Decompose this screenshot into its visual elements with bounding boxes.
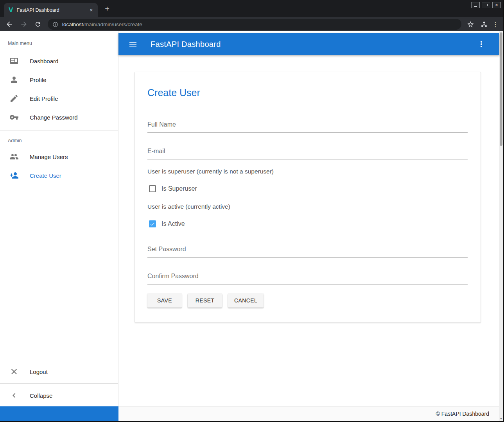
close-icon: ✕ [495,4,498,7]
page-info-icon[interactable] [52,21,58,27]
app-title: FastAPI Dashboard [151,40,221,49]
extensions-icon[interactable] [481,21,488,28]
page-title: Create User [147,87,468,98]
form-buttons: SAVE RESET CANCEL [147,293,468,308]
pencil-icon [9,94,19,103]
create-user-card: Create User User is superuser (currently… [135,72,481,323]
person-add-icon [9,171,19,180]
sidebar-item-label: Manage Users [30,154,68,160]
close-window-button[interactable]: ✕ [492,2,501,8]
sidebar-item-label: Change Password [30,114,78,121]
footer-accent-block [0,406,118,421]
logout-button[interactable]: Logout [0,362,118,381]
back-button[interactable] [5,20,13,28]
sidebar-item-label: Edit Profile [30,95,58,102]
main-content: Create User User is superuser (currently… [118,55,499,406]
sidebar-bottom: Logout Collapse [0,362,118,405]
page-viewport: Main menu Dashboard Profile Edit Profile… [0,31,503,421]
collapse-sidebar-button[interactable]: Collapse [0,386,118,405]
app-bar: FastAPI Dashboard [118,33,499,55]
sidebar-item-change-password[interactable]: Change Password [0,108,118,127]
vertical-scrollbar[interactable]: ▼ [499,31,503,421]
collapse-label: Collapse [30,392,52,399]
url-path: /main/admin/users/create [83,21,142,27]
set-password-field-wrapper [147,246,468,257]
maximize-button[interactable] [482,2,490,8]
email-field-wrapper [147,148,468,159]
superuser-hint: User is superuser (currently is not a su… [147,168,468,175]
person-icon [9,75,19,84]
page-footer: © FastAPI Dashboard [0,406,499,421]
reload-button[interactable] [34,21,41,28]
browser-window: V FastAPI Dashboard ✕ + ✕ localhost/main… [0,0,504,422]
sidebar-item-profile[interactable]: Profile [0,70,118,89]
sidebar-divider [0,383,118,384]
cancel-button[interactable]: CANCEL [228,293,264,308]
browser-menu-icon[interactable]: ⋮ [492,21,499,28]
tab-close-icon[interactable]: ✕ [90,8,93,13]
full-name-field-wrapper [147,121,468,133]
sidebar-section-admin: Admin [0,131,118,147]
minimize-button[interactable] [471,2,480,8]
save-button[interactable]: SAVE [147,293,182,308]
dashboard-icon [9,56,19,66]
bookmark-star-icon[interactable] [467,21,474,28]
check-icon [150,221,155,227]
email-input[interactable] [147,148,468,159]
more-options-icon[interactable] [477,39,486,49]
window-controls: ✕ [471,2,501,8]
hamburger-menu-icon[interactable] [128,39,138,49]
sidebar-item-dashboard[interactable]: Dashboard [0,52,118,70]
browser-titlebar: V FastAPI Dashboard ✕ + ✕ [0,0,504,17]
key-icon [9,113,19,122]
active-checkbox-row[interactable]: Is Active [147,220,468,227]
sidebar-item-label: Profile [30,77,47,83]
confirm-password-input[interactable] [147,273,468,284]
minimize-icon [474,6,477,7]
sidebar-section-main-menu: Main menu [0,31,118,52]
sidebar-item-manage-users[interactable]: Manage Users [0,147,118,166]
browser-toolbar: localhost/main/admin/users/create ⋮ [0,17,504,31]
people-icon [9,152,19,161]
active-hint: User is active (currently active) [147,203,468,210]
maximize-icon [485,4,488,6]
address-bar[interactable]: localhost/main/admin/users/create [48,19,461,30]
url-host: localhost [62,21,83,27]
is-superuser-label: Is Superuser [161,185,197,192]
is-superuser-checkbox[interactable] [149,185,156,192]
scrollbar-thumb[interactable] [500,32,502,146]
set-password-input[interactable] [147,246,468,257]
forward-button[interactable] [20,20,28,28]
url-text[interactable]: localhost/main/admin/users/create [62,21,142,27]
confirm-password-field-wrapper [147,273,468,284]
logout-label: Logout [30,368,48,375]
close-x-icon [9,367,19,376]
browser-tab[interactable]: V FastAPI Dashboard ✕ [4,3,98,17]
tab-title: FastAPI Dashboard [17,7,86,13]
sidebar-item-create-user[interactable]: Create User [0,166,118,185]
is-active-label: Is Active [161,220,185,227]
sidebar: Main menu Dashboard Profile Edit Profile… [0,31,118,406]
vuetify-favicon-icon: V [9,7,13,14]
superuser-checkbox-row[interactable]: Is Superuser [147,185,468,192]
chevron-left-icon [9,391,19,400]
reset-button[interactable]: RESET [188,293,222,308]
footer-bar: © FastAPI Dashboard [118,406,499,421]
is-active-checkbox[interactable] [149,220,156,227]
sidebar-item-edit-profile[interactable]: Edit Profile [0,89,118,108]
full-name-input[interactable] [147,121,468,133]
scrollbar-down-arrow[interactable]: ▼ [499,417,503,421]
sidebar-item-label: Create User [30,172,61,179]
new-tab-button[interactable]: + [102,4,112,14]
copyright-text: © FastAPI Dashboard [436,411,489,417]
sidebar-item-label: Dashboard [30,58,58,64]
